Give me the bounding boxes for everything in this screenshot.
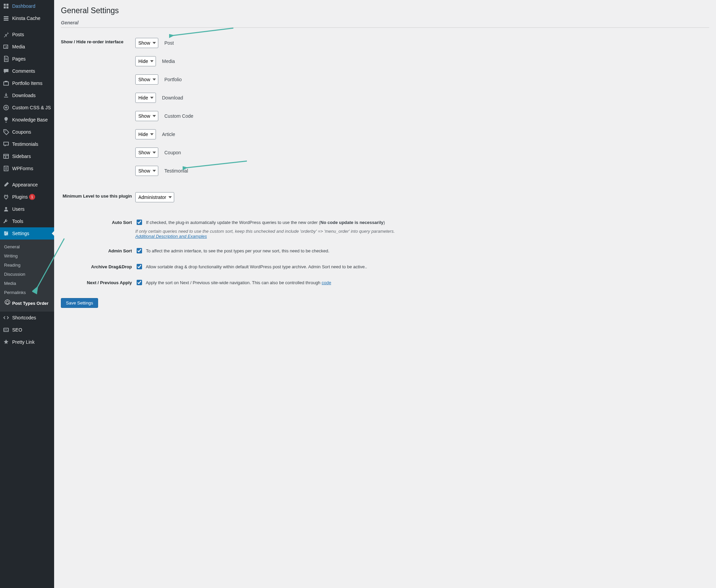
sidebar-item-seo[interactable]: SEO	[0, 324, 54, 336]
post-type-label: Coupon	[165, 150, 181, 155]
sidebar-item-portfolio[interactable]: Portfolio Items	[0, 77, 54, 89]
submenu-item-label: Discussion	[4, 272, 25, 277]
sidebar-item-pages[interactable]: Pages	[0, 53, 54, 65]
sidebar-item-knowledge[interactable]: Knowledge Base	[0, 114, 54, 126]
submenu-item-label: Media	[4, 281, 16, 286]
admin-sort-checkbox[interactable]	[137, 248, 142, 253]
sidebar-item-sidebars[interactable]: Sidebars	[0, 150, 54, 162]
admin-sort-text: To affect the admin interface, to see th…	[146, 248, 329, 253]
testimonial-icon	[3, 141, 9, 147]
layout-icon	[3, 153, 9, 160]
auto-sort-link[interactable]: Additional Description and Examples	[135, 234, 207, 239]
sidebar-item-tools[interactable]: Tools	[0, 215, 54, 227]
sidebar-item-label: Shortcodes	[12, 315, 36, 321]
archive-text: Allow sortable drag & drop functionality…	[146, 264, 367, 269]
post-type-label: Article	[162, 132, 175, 137]
sidebar-item-comments[interactable]: Comments	[0, 65, 54, 77]
sidebar-item-plugins[interactable]: Plugins1	[0, 191, 54, 203]
post-type-row-media: HideMedia	[135, 56, 706, 66]
sidebar-item-wpforms[interactable]: WPForms	[0, 162, 54, 174]
archive-checkbox[interactable]	[137, 264, 142, 269]
post-type-row-testimonial: ShowTestimonial	[135, 166, 706, 176]
submenu-item-discussion[interactable]: Discussion	[0, 270, 54, 279]
admin-sidebar: DashboardKinsta Cache PostsMediaPagesCom…	[0, 0, 54, 588]
sidebar-item-media[interactable]: Media	[0, 41, 54, 53]
sidebar-item-label: Users	[12, 206, 25, 212]
post-type-row-post: ShowPost	[135, 38, 706, 48]
auto-sort-checkbox[interactable]	[137, 219, 142, 225]
sidebar-item-posts[interactable]: Posts	[0, 28, 54, 41]
sidebar-item-label: Comments	[12, 68, 35, 74]
sidebar-item-label: Portfolio Items	[12, 80, 42, 86]
next-prev-checkbox[interactable]	[137, 280, 142, 285]
submenu-item-label: Post Types Order	[12, 301, 48, 306]
sidebar-item-label: Plugins	[12, 194, 28, 200]
show-hide-select-testimonial[interactable]: Show	[135, 166, 158, 176]
sidebar-item-label: Media	[12, 44, 25, 50]
sidebar-item-label: Appearance	[12, 182, 38, 188]
post-type-label: Download	[162, 95, 183, 101]
plug-icon	[3, 193, 9, 200]
submenu-item-post-types-order[interactable]: Post Types Order	[0, 297, 54, 309]
tag-icon	[3, 129, 9, 135]
sidebar-item-downloads[interactable]: Downloads	[0, 89, 54, 102]
sidebar-item-kinsta[interactable]: Kinsta Cache	[0, 12, 54, 24]
submenu-item-label: Reading	[4, 262, 20, 268]
comment-icon	[3, 68, 9, 75]
post-type-row-download: HideDownload	[135, 93, 706, 103]
sidebar-item-shortcodes[interactable]: Shortcodes	[0, 312, 54, 324]
seo-icon	[3, 327, 9, 333]
sidebar-item-label: SEO	[12, 327, 22, 333]
show-hide-select-media[interactable]: Hide	[135, 56, 156, 66]
sidebar-item-testimonials[interactable]: Testimonials	[0, 138, 54, 150]
auto-sort-label: Auto Sort	[61, 214, 135, 243]
submenu-item-general[interactable]: General	[0, 242, 54, 251]
min-level-select[interactable]: Administrator	[135, 192, 174, 202]
sidebar-item-settings[interactable]: Settings	[0, 227, 54, 239]
post-type-row-coupon: ShowCoupon	[135, 147, 706, 158]
sidebar-item-dashboard[interactable]: Dashboard	[0, 0, 54, 12]
portfolio-icon	[3, 80, 9, 87]
sidebar-item-custom-css[interactable]: Custom CSS & JS	[0, 102, 54, 114]
show-hide-select-post[interactable]: Show	[135, 38, 158, 48]
show-hide-label: Show / Hide re-order interface	[61, 34, 135, 188]
plus-circle-icon	[3, 104, 9, 111]
next-prev-link[interactable]: code	[322, 280, 331, 285]
submenu-item-permalinks[interactable]: Permalinks	[0, 288, 54, 297]
submenu-item-writing[interactable]: Writing	[0, 251, 54, 260]
submenu-item-label: Writing	[4, 253, 18, 258]
next-prev-row: Apply the sort on Next / Previous site-w…	[135, 280, 331, 285]
show-hide-select-download[interactable]: Hide	[135, 93, 156, 103]
kinsta-icon	[3, 15, 9, 22]
sidebar-item-users[interactable]: Users	[0, 203, 54, 215]
sidebar-item-coupons[interactable]: Coupons	[0, 126, 54, 138]
sidebar-item-appearance[interactable]: Appearance	[0, 178, 54, 191]
sidebar-item-label: Pretty Link	[12, 339, 35, 345]
archive-label: Archive Drag&Drop	[61, 259, 135, 275]
sidebar-item-label: Kinsta Cache	[12, 15, 40, 21]
show-hide-select-custom code[interactable]: Show	[135, 111, 158, 121]
download-icon	[3, 92, 9, 99]
post-type-row-custom-code: ShowCustom Code	[135, 111, 706, 121]
svg-point-2	[5, 207, 7, 209]
sidebar-item-label: Sidebars	[12, 153, 31, 159]
pin-icon	[3, 31, 9, 38]
post-type-label: Custom Code	[165, 113, 193, 119]
min-level-label: Minimum Level to use this plugin	[61, 188, 135, 206]
media-icon	[3, 43, 9, 50]
show-hide-select-coupon[interactable]: Show	[135, 147, 158, 158]
show-hide-select-article[interactable]: Hide	[135, 129, 156, 140]
post-type-label: Portfolio	[165, 77, 181, 82]
show-hide-select-portfolio[interactable]: Show	[135, 75, 158, 85]
submenu-item-media[interactable]: Media	[0, 279, 54, 288]
auto-sort-row: If checked, the plug-in automatically up…	[135, 220, 385, 225]
save-settings-button[interactable]: Save Settings	[61, 298, 98, 308]
sidebar-item-label: Coupons	[12, 129, 31, 135]
sidebar-item-label: Dashboard	[12, 3, 36, 9]
sidebar-item-label: Settings	[12, 230, 29, 236]
submenu-item-reading[interactable]: Reading	[0, 260, 54, 270]
auto-sort-desc: If only certain queries need to use the …	[135, 229, 395, 234]
brush-icon	[3, 181, 9, 188]
sidebar-item-prettylink[interactable]: Pretty Link	[0, 336, 54, 348]
svg-point-1	[5, 131, 6, 132]
